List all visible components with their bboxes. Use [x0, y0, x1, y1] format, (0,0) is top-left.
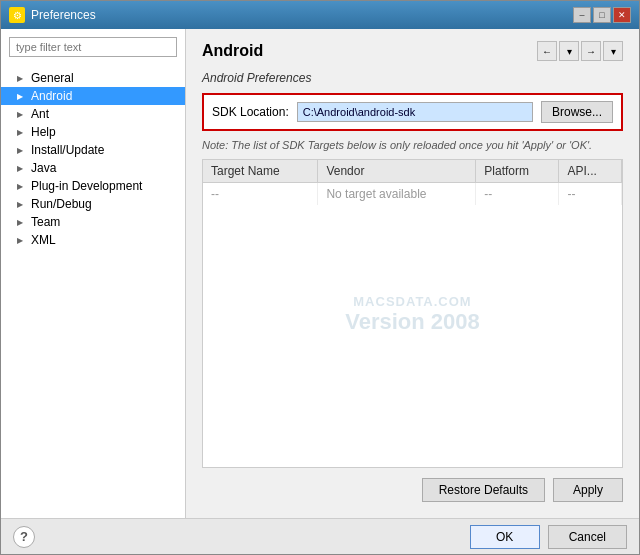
restore-defaults-button[interactable]: Restore Defaults	[422, 478, 545, 502]
sidebar-item-label: XML	[31, 233, 56, 247]
arrow-icon: ▶	[17, 164, 27, 173]
table-row: -- No target available -- --	[203, 183, 622, 206]
arrow-icon: ▶	[17, 218, 27, 227]
back-dropdown-button[interactable]: ▾	[559, 41, 579, 61]
cancel-button[interactable]: Cancel	[548, 525, 627, 549]
sdk-targets-table: Target Name Vendor Platform API... -- No…	[203, 160, 622, 205]
watermark-version: Version 2008	[345, 308, 480, 334]
cell-api: --	[559, 183, 622, 206]
sidebar-item-label: Team	[31, 215, 60, 229]
sidebar-item-android[interactable]: ▶ Android	[1, 87, 185, 105]
section-label: Android Preferences	[202, 71, 623, 85]
right-panel: Android ← ▾ → ▾ Android Preferences SDK …	[186, 29, 639, 518]
watermark: MACSDATA.COM Version 2008	[345, 293, 480, 334]
titlebar-left: ⚙ Preferences	[9, 7, 96, 23]
sidebar-item-team[interactable]: ▶ Team	[1, 213, 185, 231]
sidebar-item-install-update[interactable]: ▶ Install/Update	[1, 141, 185, 159]
sdk-label: SDK Location:	[212, 105, 289, 119]
sidebar-item-java[interactable]: ▶ Java	[1, 159, 185, 177]
apply-button[interactable]: Apply	[553, 478, 623, 502]
window-title: Preferences	[31, 8, 96, 22]
sidebar-item-label: Android	[31, 89, 72, 103]
sdk-location-input[interactable]	[297, 102, 533, 122]
forward-button[interactable]: →	[581, 41, 601, 61]
tree-area: ▶ General ▶ Android ▶ Ant ▶ Help ▶ Ins	[1, 65, 185, 518]
close-button[interactable]: ✕	[613, 7, 631, 23]
sidebar-item-plugin-development[interactable]: ▶ Plug-in Development	[1, 177, 185, 195]
panel-header: Android ← ▾ → ▾	[202, 41, 623, 61]
sidebar-item-label: General	[31, 71, 74, 85]
titlebar-buttons: – □ ✕	[573, 7, 631, 23]
window-icon: ⚙	[9, 7, 25, 23]
sidebar-item-label: Install/Update	[31, 143, 104, 157]
arrow-icon: ▶	[17, 146, 27, 155]
main-content: ▶ General ▶ Android ▶ Ant ▶ Help ▶ Ins	[1, 29, 639, 518]
help-button[interactable]: ?	[13, 526, 35, 548]
sidebar-item-label: Run/Debug	[31, 197, 92, 211]
sdk-row: SDK Location: Browse...	[202, 93, 623, 131]
filter-input[interactable]	[9, 37, 177, 57]
sidebar-item-label: Ant	[31, 107, 49, 121]
footer: ? OK Cancel	[1, 518, 639, 554]
sidebar-item-label: Plug-in Development	[31, 179, 142, 193]
panel-title: Android	[202, 42, 263, 60]
browse-button[interactable]: Browse...	[541, 101, 613, 123]
ok-button[interactable]: OK	[470, 525, 540, 549]
sdk-targets-table-container: Target Name Vendor Platform API... -- No…	[202, 159, 623, 468]
note-text: Note: The list of SDK Targets below is o…	[202, 139, 623, 151]
sidebar-item-general[interactable]: ▶ General	[1, 69, 185, 87]
sidebar-item-label: Java	[31, 161, 56, 175]
cell-vendor: No target available	[318, 183, 476, 206]
cell-platform: --	[476, 183, 559, 206]
sidebar-item-run-debug[interactable]: ▶ Run/Debug	[1, 195, 185, 213]
arrow-icon: ▶	[17, 182, 27, 191]
arrow-icon: ▶	[17, 110, 27, 119]
watermark-site: MACSDATA.COM	[345, 293, 480, 308]
arrow-icon: ▶	[17, 128, 27, 137]
nav-buttons: ← ▾ → ▾	[537, 41, 623, 61]
sidebar-item-label: Help	[31, 125, 56, 139]
bottom-buttons: Restore Defaults Apply	[202, 468, 623, 506]
preferences-window: ⚙ Preferences – □ ✕ ▶ General ▶ Android	[0, 0, 640, 555]
forward-dropdown-button[interactable]: ▾	[603, 41, 623, 61]
col-api: API...	[559, 160, 622, 183]
sidebar: ▶ General ▶ Android ▶ Ant ▶ Help ▶ Ins	[1, 29, 186, 518]
sidebar-item-ant[interactable]: ▶ Ant	[1, 105, 185, 123]
maximize-button[interactable]: □	[593, 7, 611, 23]
arrow-icon: ▶	[17, 74, 27, 83]
back-button[interactable]: ←	[537, 41, 557, 61]
arrow-icon: ▶	[17, 236, 27, 245]
cell-target-name: --	[203, 183, 318, 206]
col-vendor: Vendor	[318, 160, 476, 183]
arrow-icon: ▶	[17, 92, 27, 101]
sidebar-item-xml[interactable]: ▶ XML	[1, 231, 185, 249]
table-header-row: Target Name Vendor Platform API...	[203, 160, 622, 183]
footer-right: OK Cancel	[470, 525, 627, 549]
arrow-icon: ▶	[17, 200, 27, 209]
col-platform: Platform	[476, 160, 559, 183]
minimize-button[interactable]: –	[573, 7, 591, 23]
titlebar: ⚙ Preferences – □ ✕	[1, 1, 639, 29]
col-target-name: Target Name	[203, 160, 318, 183]
sidebar-item-help[interactable]: ▶ Help	[1, 123, 185, 141]
